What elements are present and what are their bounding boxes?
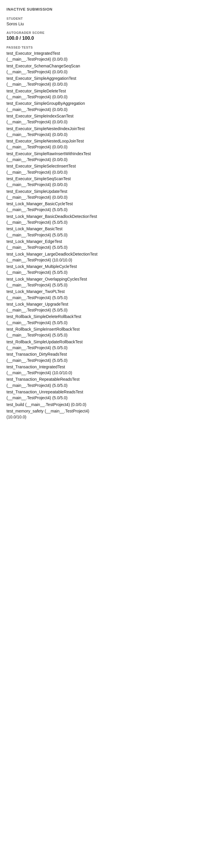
test-item: test_Executor_IntegratedTest(__main__.Te… [6, 50, 218, 62]
test-name: test_Executor_SimpleGroupByAggregation [6, 100, 218, 106]
test-item: test_memory_safety (__main__.TestProject… [6, 408, 218, 420]
test-name: test_Transaction_DirtyReadsTest [6, 351, 218, 357]
test-item: test_Executor_SimpleAggregationTest(__ma… [6, 75, 218, 88]
test-meta: (__main__.TestProject4) (10.0/10.0) [6, 370, 218, 376]
test-item: test_Executor_SchemaChangeSeqScan(__main… [6, 63, 218, 75]
test-item: test_Lock_Manager_BasicDeadlockDetection… [6, 214, 218, 225]
test-item: test_Executor_SimpleNestedIndexJoinTest(… [6, 126, 218, 138]
test-item: test_Lock_Manager_OverlappingCyclesTest(… [6, 276, 218, 288]
test-name: test_Lock_Manager_MultipleCycleTest [6, 264, 218, 270]
test-meta: (__main__.TestProject4) (5.0/5.0) [6, 395, 218, 401]
test-meta: (__main__.TestProject4) (5.0/5.0) [6, 307, 218, 313]
test-name: test_Executor_IntegratedTest [6, 50, 218, 56]
test-name: test_Rollback_SimpleInsertRollbackTest [6, 326, 218, 332]
test-name: test_Executor_SchemaChangeSeqScan [6, 63, 218, 69]
test-meta: (__main__.TestProject4) (5.0/5.0) [6, 219, 218, 225]
test-meta: (__main__.TestProject4) (0.0/0.0) [6, 69, 218, 75]
test-name: test_Executor_SimpleNestedLoopJoinTest [6, 138, 218, 144]
test-meta: (__main__.TestProject4) (5.0/5.0) [6, 282, 218, 288]
test-meta: (__main__.TestProject4) (5.0/5.0) [6, 320, 218, 326]
test-item: test_Transaction_UnrepeatableReadsTest(_… [6, 389, 218, 401]
test-name: test_Executor_SimpleDeleteTest [6, 88, 218, 94]
test-item: test_Executor_SimpleIndexScanTest(__main… [6, 113, 218, 125]
test-name: test_Lock_Manager_UpgradeTest [6, 301, 218, 307]
test-name: test_Executor_SimpleSeqScanTest [6, 176, 218, 182]
test-name: test_Executor_SimpleIndexScanTest [6, 113, 218, 119]
test-item: test_Executor_SimpleSelectInsertTest(__m… [6, 163, 218, 175]
test-meta: (__main__.TestProject4) (0.0/0.0) [6, 119, 218, 125]
test-meta: (__main__.TestProject4) (0.0/0.0) [6, 144, 218, 150]
test-name: test_Lock_Manager_EdgeTest [6, 239, 218, 244]
test-item: test_Lock_Manager_BasicCycleTest(__main_… [6, 201, 218, 213]
test-meta: (__main__.TestProject4) (0.0/0.0) [6, 182, 218, 188]
test-name: test_Rollback_SimpleDeleteRollbackTest [6, 314, 218, 319]
test-meta: (__main__.TestProject4) (0.0/0.0) [6, 81, 218, 87]
test-item: test_Transaction_DirtyReadsTest(__main__… [6, 351, 218, 363]
test-item: test_Lock_Manager_MultipleCycleTest(__ma… [6, 264, 218, 276]
test-meta: (__main__.TestProject4) (0.0/0.0) [6, 56, 218, 62]
test-meta: (__main__.TestProject4) (5.0/5.0) [6, 332, 218, 338]
autograder-score: 100.0 / 100.0 [6, 36, 218, 41]
test-item: test_Executor_SimpleUpdateTest(__main__.… [6, 188, 218, 200]
test-item: test_Transaction_RepeatableReadsTest(__m… [6, 376, 218, 389]
test-name: test_Lock_Manager_LargeDeadlockDetection… [6, 251, 218, 257]
test-meta: (__main__.TestProject4) (0.0/0.0) [6, 132, 218, 137]
test-item: test_Rollback_SimpleUpdateRollbackTest(_… [6, 339, 218, 351]
test-meta: (__main__.TestProject4) (5.0/5.0) [6, 244, 218, 250]
passed-tests-label: PASSED TESTS [6, 45, 218, 49]
test-meta: (__main__.TestProject4) (5.0/5.0) [6, 232, 218, 238]
test-item: test_Transaction_IntegratedTest(__main__… [6, 364, 218, 376]
test-meta: (__main__.TestProject4) (0.0/0.0) [6, 169, 218, 175]
test-name: test_memory_safety (__main__.TestProject… [6, 408, 218, 414]
test-item: test_Rollback_SimpleDeleteRollbackTest(_… [6, 314, 218, 326]
test-meta: (__main__.TestProject4) (0.0/0.0) [6, 194, 218, 200]
test-item: test_Executor_SimpleGroupByAggregation(_… [6, 100, 218, 113]
test-item: test_Executor_SimpleNestedLoopJoinTest(_… [6, 138, 218, 150]
test-name: test_Executor_SimpleRawInsertWithIndexTe… [6, 151, 218, 157]
test-name: test_Executor_SimpleAggregationTest [6, 75, 218, 81]
test-name: test_Transaction_IntegratedTest [6, 364, 218, 370]
test-list: test_Executor_IntegratedTest(__main__.Te… [6, 50, 218, 420]
test-name: test_Transaction_UnrepeatableReadsTest [6, 389, 218, 395]
test-name: test_Lock_Manager_BasicTest [6, 226, 218, 232]
student-label: STUDENT [6, 17, 218, 20]
test-item: test_build (__main__.TestProject4) (0.0/… [6, 402, 218, 407]
test-meta: (10.0/10.0) [6, 414, 218, 420]
autograder-label: AUTOGRADER SCORE [6, 31, 218, 34]
test-name: test_Lock_Manager_BasicDeadlockDetection… [6, 214, 218, 219]
test-meta: (__main__.TestProject4) (0.0/0.0) [6, 157, 218, 162]
test-name: test_Lock_Manager_BasicCycleTest [6, 201, 218, 207]
test-meta: (__main__.TestProject4) (5.0/5.0) [6, 345, 218, 351]
test-item: test_Lock_Manager_UpgradeTest(__main__.T… [6, 301, 218, 313]
test-item: test_Lock_Manager_TwoPLTest(__main__.Tes… [6, 288, 218, 301]
test-item: test_Lock_Manager_EdgeTest(__main__.Test… [6, 239, 218, 251]
test-meta: (__main__.TestProject4) (0.0/0.0) [6, 106, 218, 113]
test-name: test_Executor_SimpleUpdateTest [6, 188, 218, 194]
page-title: INACTIVE SUBMISSION [6, 7, 218, 11]
test-item: test_Lock_Manager_LargeDeadlockDetection… [6, 251, 218, 263]
test-item: test_Rollback_SimpleInsertRollbackTest(_… [6, 326, 218, 338]
test-name: test_Lock_Manager_TwoPLTest [6, 288, 218, 294]
test-name: test_Executor_SimpleNestedIndexJoinTest [6, 126, 218, 132]
test-item: test_Executor_SimpleSeqScanTest(__main__… [6, 176, 218, 188]
test-name: test_Executor_SimpleSelectInsertTest [6, 163, 218, 169]
test-name: test_Rollback_SimpleUpdateRollbackTest [6, 339, 218, 345]
test-meta: (__main__.TestProject4) (10.0/10.0) [6, 257, 218, 263]
test-meta: (__main__.TestProject4) (0.0/0.0) [6, 94, 218, 100]
test-meta: (__main__.TestProject4) (5.0/5.0) [6, 382, 218, 389]
test-item: test_Executor_SimpleDeleteTest(__main__.… [6, 88, 218, 100]
test-name: test_Lock_Manager_OverlappingCyclesTest [6, 276, 218, 282]
test-meta: (__main__.TestProject4) (5.0/5.0) [6, 207, 218, 213]
test-name: test_Transaction_RepeatableReadsTest [6, 376, 218, 382]
student-name: Soros Liu [6, 22, 218, 26]
test-item: test_Lock_Manager_BasicTest(__main__.Tes… [6, 226, 218, 238]
test-meta: (__main__.TestProject4) (5.0/5.0) [6, 270, 218, 275]
test-item: test_Executor_SimpleRawInsertWithIndexTe… [6, 151, 218, 163]
test-meta: (__main__.TestProject4) (5.0/5.0) [6, 358, 218, 363]
test-name: test_build (__main__.TestProject4) (0.0/… [6, 402, 218, 407]
test-meta: (__main__.TestProject4) (5.0/5.0) [6, 295, 218, 301]
